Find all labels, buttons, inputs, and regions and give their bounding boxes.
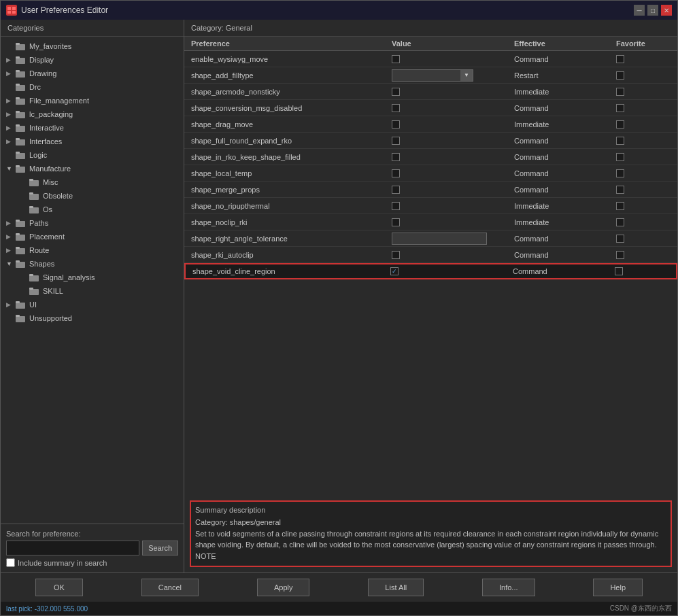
fav-shape_no_ripupthermal[interactable] bbox=[616, 202, 624, 210]
checkbox-shape_local_temp[interactable] bbox=[392, 169, 400, 177]
checkbox-shape_arcmode_nonsticky[interactable] bbox=[392, 88, 400, 96]
minimize-button[interactable]: ─ bbox=[634, 5, 645, 16]
pref-row-shape_local_temp[interactable]: shape_local_temp Command bbox=[184, 165, 677, 182]
list-all-button[interactable]: List All bbox=[368, 579, 424, 596]
maximize-button[interactable]: □ bbox=[647, 5, 658, 16]
folder-icon-file_management bbox=[16, 97, 27, 105]
fav-shape_arcmode_nonsticky[interactable] bbox=[616, 88, 624, 96]
help-button[interactable]: Help bbox=[593, 579, 643, 596]
tree-item-interactive[interactable]: ▶ Interactive bbox=[1, 121, 184, 135]
checkbox-shape_conversion_msg_disabled[interactable] bbox=[392, 104, 400, 112]
include-summary-row: Include summary in search bbox=[6, 558, 178, 567]
pref-value bbox=[392, 88, 514, 96]
pref-row-shape_drag_move[interactable]: shape_drag_move Immediate bbox=[184, 116, 677, 133]
fav-shape_right_angle_tolerance[interactable] bbox=[616, 235, 624, 243]
tree-item-route[interactable]: ▶ Route bbox=[1, 243, 184, 257]
tree-item-ui[interactable]: ▶ UI bbox=[1, 298, 184, 311]
tree-arrow-placement: ▶ bbox=[6, 233, 14, 240]
checkbox-shape_noclip_rki[interactable] bbox=[392, 218, 400, 226]
include-summary-checkbox[interactable] bbox=[6, 558, 15, 567]
fav-shape_rki_autoclip[interactable] bbox=[616, 251, 624, 259]
textinput-shape_right_angle_tolerance[interactable] bbox=[392, 233, 487, 245]
tree-item-lc_packaging[interactable]: ▶ lc_packaging bbox=[1, 107, 184, 121]
checkbox-shape_in_rko_keep_shape_filled[interactable] bbox=[392, 153, 400, 161]
checkbox-shape_merge_props[interactable] bbox=[392, 186, 400, 194]
pref-row-shape_rki_autoclip[interactable]: shape_rki_autoclip Command bbox=[184, 247, 677, 263]
tree-item-misc[interactable]: Misc bbox=[1, 175, 184, 189]
tree-item-my_favorites[interactable]: My_favorites bbox=[1, 39, 184, 53]
tree-item-manufacture[interactable]: ▼ Manufacture bbox=[1, 162, 184, 175]
tree-item-placement[interactable]: ▶ Placement bbox=[1, 230, 184, 243]
pref-value bbox=[392, 169, 514, 177]
apply-button[interactable]: Apply bbox=[257, 579, 310, 596]
info-button[interactable]: Info... bbox=[482, 579, 535, 596]
svg-rect-5 bbox=[16, 44, 25, 50]
tree-item-shapes[interactable]: ▼ Shapes bbox=[1, 257, 184, 271]
svg-rect-7 bbox=[16, 58, 25, 64]
tree-item-interfaces[interactable]: ▶ Interfaces bbox=[1, 135, 184, 148]
svg-rect-40 bbox=[29, 274, 33, 276]
pref-row-shape_full_round_expand_rko[interactable]: shape_full_round_expand_rko Command bbox=[184, 133, 677, 149]
fav-enable_wysiwyg_move[interactable] bbox=[616, 55, 624, 63]
pref-row-shape_conversion_msg_disabled[interactable]: shape_conversion_msg_disabled Command bbox=[184, 100, 677, 116]
tree-item-file_management[interactable]: ▶ File_management bbox=[1, 94, 184, 107]
tree-item-signal_analysis[interactable]: Signal_analysis bbox=[1, 271, 184, 284]
fav-shape_full_round_expand_rko[interactable] bbox=[616, 137, 624, 145]
pref-row-shape_merge_props[interactable]: shape_merge_props Command bbox=[184, 182, 677, 198]
effective-shape_conversion_msg_disabled: Command bbox=[514, 104, 616, 112]
fav-shape_drag_move[interactable] bbox=[616, 120, 624, 129]
pref-value bbox=[392, 55, 514, 63]
tree-item-logic[interactable]: Logic bbox=[1, 148, 184, 162]
tree-item-paths[interactable]: ▶ Paths bbox=[1, 216, 184, 230]
pref-row-shape_noclip_rki[interactable]: shape_noclip_rki Immediate bbox=[184, 214, 677, 230]
checkbox-shape_no_ripupthermal[interactable] bbox=[392, 202, 400, 210]
fav-shape_merge_props[interactable] bbox=[616, 186, 624, 194]
tree-item-obsolete[interactable]: Obsolete bbox=[1, 189, 184, 203]
tree-item-drawing[interactable]: ▶ Drawing bbox=[1, 67, 184, 80]
dropdown-shape_add_filltype[interactable]: ▼ bbox=[392, 69, 473, 82]
tree-item-display[interactable]: ▶ Display bbox=[1, 53, 184, 67]
pref-row-shape_no_ripupthermal[interactable]: shape_no_ripupthermal Immediate bbox=[184, 198, 677, 214]
summary-title: Summary description bbox=[195, 506, 666, 514]
checkbox-shape_rki_autoclip[interactable] bbox=[392, 251, 400, 259]
cancel-button[interactable]: Cancel bbox=[141, 579, 199, 596]
fav-shape_noclip_rki[interactable] bbox=[616, 218, 624, 226]
pref-row-shape_arcmode_nonsticky[interactable]: shape_arcmode_nonsticky Immediate bbox=[184, 84, 677, 100]
tree-item-unsupported[interactable]: Unsupported bbox=[1, 311, 184, 325]
prefs-table[interactable]: Preference Value Effective Favorite enab… bbox=[184, 37, 677, 495]
checkbox-shape_void_cline_region[interactable] bbox=[390, 267, 399, 275]
tree-item-os[interactable]: Os bbox=[1, 203, 184, 216]
search-button[interactable]: Search bbox=[142, 541, 178, 555]
pref-row-shape_right_angle_tolerance[interactable]: shape_right_angle_tolerance Command bbox=[184, 230, 677, 247]
svg-rect-35 bbox=[16, 248, 25, 254]
folder-icon-unsupported bbox=[16, 314, 27, 322]
folder-icon-interactive bbox=[16, 124, 27, 132]
fav-shape_local_temp[interactable] bbox=[616, 169, 624, 177]
svg-rect-20 bbox=[16, 138, 20, 140]
pref-row-shape_add_filltype[interactable]: shape_add_filltype ▼ Restart bbox=[184, 67, 677, 84]
search-input[interactable] bbox=[6, 541, 139, 555]
checkbox-shape_drag_move[interactable] bbox=[392, 120, 400, 129]
fav-shape_conversion_msg_disabled[interactable] bbox=[616, 104, 624, 112]
fav-shape_add_filltype[interactable] bbox=[616, 71, 624, 80]
tree-label-os: Os bbox=[43, 205, 52, 213]
checkbox-shape_full_round_expand_rko[interactable] bbox=[392, 137, 400, 145]
status-bar: last pick: -302.000 555.000 CSDN @东西的东西 bbox=[1, 602, 677, 615]
svg-rect-36 bbox=[16, 247, 20, 249]
pref-row-shape_in_rko_keep_shape_filled[interactable]: shape_in_rko_keep_shape_filled Command bbox=[184, 149, 677, 165]
fav-shape_void_cline_region[interactable] bbox=[615, 267, 623, 275]
tree-item-drc[interactable]: Drc bbox=[1, 80, 184, 94]
tree-item-skill[interactable]: SKILL bbox=[1, 284, 184, 298]
fav-shape_in_rko_keep_shape_filled[interactable] bbox=[616, 153, 624, 161]
svg-rect-29 bbox=[29, 207, 39, 213]
tree-area[interactable]: My_favorites ▶ Display ▶ Drawing bbox=[1, 37, 184, 524]
svg-rect-30 bbox=[29, 206, 33, 208]
checkbox-enable_wysiwyg_move[interactable] bbox=[392, 55, 400, 63]
pref-name: shape_void_cline_region bbox=[192, 267, 390, 275]
pref-row-enable_wysiwyg_move[interactable]: enable_wysiwyg_move Command bbox=[184, 51, 677, 67]
ok-button[interactable]: OK bbox=[35, 579, 83, 596]
pref-row-shape_void_cline_region[interactable]: shape_void_cline_region Command bbox=[184, 263, 677, 279]
close-button[interactable]: ✕ bbox=[661, 5, 672, 16]
folder-icon-ui bbox=[16, 301, 27, 309]
tree-arrow-display: ▶ bbox=[6, 56, 14, 63]
